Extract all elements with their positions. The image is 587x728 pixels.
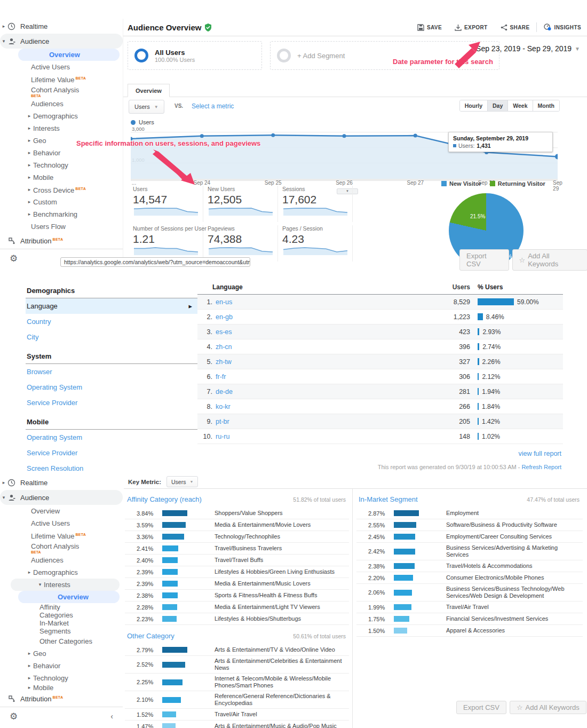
date-range-selector[interactable]: Sep 23, 2019 - Sep 29, 2019 ▼ [476, 44, 580, 53]
nav-link-browser[interactable]: Browser [26, 364, 197, 379]
nav-link-language[interactable]: Language▸ [26, 298, 197, 314]
language-link[interactable]: zh-tw [216, 358, 433, 366]
table-row[interactable]: 7.de-de2811.94% [197, 384, 563, 399]
sidebar-item-other-categories[interactable]: Other Categories [0, 635, 123, 647]
table-row[interactable]: 9.pt-br2051.42% [197, 414, 563, 429]
table-row[interactable]: 1.en-us8,52959.00% [197, 295, 563, 310]
nav-link-country[interactable]: Country [26, 314, 197, 329]
sidebar-item-mobile[interactable]: ▸Mobile [0, 171, 123, 184]
gear-icon[interactable]: ⚙ [10, 253, 18, 264]
sidebar-item-interests[interactable]: ▸Interests [0, 122, 123, 134]
card-title-link[interactable]: Other Category [127, 632, 174, 640]
sidebar-item-overview[interactable]: Overview [18, 591, 120, 603]
sidebar-item-audience[interactable]: ▾Audience [0, 490, 123, 505]
sidebar-item-overview[interactable]: Overview [0, 505, 123, 517]
table-row[interactable]: 10.ru-ru1481.02% [197, 429, 563, 444]
export-csv-button[interactable]: Export CSV [456, 701, 506, 714]
x-tick-label: ... [132, 180, 136, 186]
sidebar-item-lifetime-value[interactable]: Lifetime ValueBETA [0, 529, 123, 542]
key-metric-dropdown[interactable]: Users ▼ [166, 476, 198, 487]
language-link[interactable]: ru-ru [216, 433, 433, 440]
sidebar-item-demographics[interactable]: ▸Demographics [0, 110, 123, 122]
nav-link-operating-system[interactable]: Operating System [26, 379, 197, 395]
nav-link-city[interactable]: City [26, 329, 197, 345]
sidebar-item-cross-device[interactable]: ▸Cross DeviceBETA [0, 184, 123, 196]
sidebar-item-geo[interactable]: ▸Geo [0, 647, 123, 660]
card-title-link[interactable]: In-Market Segment [359, 495, 418, 503]
segment-all-users[interactable]: All Users 100.00% Users [128, 41, 262, 70]
nav-section-mobile: Mobile [26, 416, 197, 430]
add-all-keywords-button[interactable]: ☆Add All Keywords [510, 701, 586, 714]
users-timeline-chart[interactable]: 1,0002,0003,000 Sunday, September 29, 20… [131, 125, 558, 179]
sidebar-item-cohort-analysis[interactable]: Cohort AnalysisBETA [0, 542, 123, 554]
sidebar-item-benchmarking[interactable]: ▸Benchmarking [0, 208, 123, 220]
sidebar-item-custom[interactable]: ▸Custom [0, 196, 123, 208]
row-label: Arts & Entertainment/Music & Audio/Pop M… [209, 722, 349, 728]
row-users: 148 [433, 433, 470, 440]
table-row[interactable]: 3.es-es4232.93% [197, 325, 563, 339]
add-all-keywords-button[interactable]: ☆Add All Keywords [512, 249, 587, 271]
sidebar-item-demographics[interactable]: ▸Demographics [0, 566, 123, 579]
header-action-save[interactable]: SAVE [411, 19, 448, 36]
nav-link-screen-resolution[interactable]: Screen Resolution [26, 461, 197, 476]
granularity-week[interactable]: Week [507, 100, 532, 111]
sidebar-item-active-users[interactable]: Active Users [0, 61, 123, 73]
table-row[interactable]: 5.zh-tw3272.26% [197, 354, 563, 369]
sidebar-item-technology[interactable]: ▸Technology [0, 159, 123, 171]
nav-link-operating-system[interactable]: Operating System [26, 430, 197, 445]
sidebar-item-technology[interactable]: ▸Technology [0, 672, 123, 684]
tab-overview[interactable]: Overview [128, 84, 170, 97]
sidebar-item-interests[interactable]: ▾Interests [11, 579, 120, 591]
sidebar-item-realtime[interactable]: ▸Realtime [0, 475, 123, 490]
language-link[interactable]: en-us [216, 298, 433, 306]
sidebar-item-in-market-segments[interactable]: In-Market Segments [0, 619, 123, 635]
export-csv-button[interactable]: Export CSV [459, 249, 509, 271]
collapse-sidebar-icon[interactable]: ‹ [110, 712, 113, 721]
table-row[interactable]: 2.en-gb1,2238.46% [197, 310, 563, 325]
sidebar-item-lifetime-value[interactable]: Lifetime ValueBETA [0, 73, 123, 85]
header-action-share[interactable]: SHARE [494, 19, 536, 36]
header-action-insights[interactable]: INSIGHTS [537, 19, 587, 36]
table-row[interactable]: 4.zh-cn3962.74% [197, 339, 563, 354]
sidebar-item-affinity-categories[interactable]: Affinity Categories [0, 603, 123, 619]
granularity-day[interactable]: Day [487, 100, 507, 111]
sidebar-item-audiences[interactable]: Audiences [0, 98, 123, 110]
interests-report-section: ▸Realtime▾AudienceOverviewActive UsersLi… [0, 475, 587, 728]
sidebar-item-audiences[interactable]: Audiences [0, 554, 123, 566]
sidebar-item-attribution[interactable]: AttributionBETA [0, 233, 123, 248]
sidebar-item-behavior[interactable]: ▸Behavior [0, 660, 123, 672]
view-full-report-link[interactable]: view full report [518, 450, 561, 457]
nav-link-service-provider[interactable]: Service Provider [26, 395, 197, 410]
table-row[interactable]: 8.ko-kr2661.84% [197, 399, 563, 414]
granularity-hourly[interactable]: Hourly [460, 100, 487, 111]
metric-dropdown[interactable]: Users ▼ [129, 100, 164, 114]
nav-link-service-provider[interactable]: Service Provider [26, 445, 197, 461]
sidebar-item-users-flow[interactable]: Users Flow [0, 220, 123, 233]
sidebar-item-realtime[interactable]: ▸Realtime [0, 19, 123, 34]
row-label: Travel/Air Travel [441, 603, 583, 611]
language-link[interactable]: es-es [216, 328, 433, 336]
language-link[interactable]: de-de [216, 388, 433, 395]
gear-icon[interactable]: ⚙ [10, 711, 18, 722]
card-title-link[interactable]: Affinity Category (reach) [127, 495, 202, 503]
language-link[interactable]: en-gb [216, 313, 433, 321]
sidebar-item-attribution[interactable]: AttributionBETA [0, 691, 123, 706]
sidebar-item-overview[interactable]: Overview [18, 49, 120, 61]
language-link[interactable]: pt-br [216, 418, 433, 425]
refresh-report-link[interactable]: Refresh Report [521, 464, 561, 470]
sidebar-item-active-users[interactable]: Active Users [0, 517, 123, 529]
person-icon [7, 37, 20, 45]
row-pct: 1.42% [482, 418, 500, 425]
language-link[interactable]: ko-kr [216, 403, 433, 410]
header-action-export[interactable]: EXPORT [448, 19, 494, 36]
sidebar-item-audience[interactable]: ▾Audience [0, 34, 123, 49]
category-row: 2.20%Consumer Electronics/Mobile Phones [356, 572, 583, 584]
table-row[interactable]: 6.fr-fr3062.12% [197, 369, 563, 384]
sidebar-item-behavior[interactable]: ▸Behavior [0, 147, 123, 159]
select-metric-link[interactable]: Select a metric [192, 102, 234, 110]
granularity-month[interactable]: Month [533, 100, 560, 111]
language-link[interactable]: zh-cn [216, 343, 433, 351]
sidebar-item-cohort-analysis[interactable]: Cohort AnalysisBETA [0, 85, 123, 98]
sidebar-item-mobile[interactable]: ▸Mobile [0, 684, 123, 691]
language-link[interactable]: fr-fr [216, 373, 433, 381]
